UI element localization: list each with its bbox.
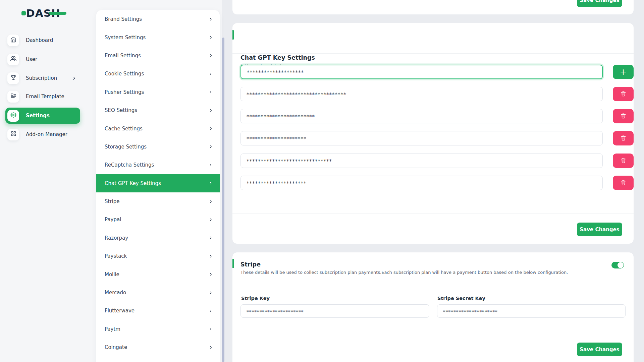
toggle-knob [618,262,624,268]
stripe-key-input[interactable] [240,304,429,318]
chevron-right-icon [209,109,212,112]
save-button[interactable]: Save Changes [577,0,622,7]
settings-menu-item-email[interactable]: Email Settings [96,47,220,65]
settings-menu-item-paystack[interactable]: Paystack [96,247,220,265]
save-button[interactable]: Save Changes [577,223,622,236]
menu-item-label: Cache Settings [105,126,143,132]
card-description: These details will be used to collect su… [240,270,568,275]
sidebar: DASH Dashboard User Subscription Email T… [0,0,88,362]
sidebar-item-addon-manager[interactable]: Add-on Manager [5,126,80,142]
trash-icon [620,179,627,187]
delete-key-button[interactable] [613,154,634,168]
settings-submenu: Brand Settings System Settings Email Set… [96,10,220,362]
settings-menu-item-skrill[interactable]: Skrill [96,356,220,362]
grid-icon [10,131,16,138]
trophy-icon [10,74,16,82]
divider [232,53,634,54]
sidebar-item-label: User [26,56,37,62]
sidebar-item-label: Add-on Manager [26,131,67,137]
sidebar-item-settings[interactable]: Settings [5,108,80,124]
api-key-row [240,131,626,145]
home-icon [10,37,16,44]
chevron-right-icon [209,17,212,21]
api-key-input[interactable] [240,154,603,168]
delete-key-button[interactable] [613,131,634,145]
top-settings-card: Save Changes [232,0,634,14]
settings-menu-item-paypal[interactable]: Paypal [96,210,220,229]
delete-key-button[interactable] [613,109,634,123]
menu-item-label: Razorpay [105,235,128,241]
chevron-right-icon [209,309,212,312]
api-key-row: + [240,65,626,79]
chevron-right-icon [209,54,212,57]
submenu-scrollbar[interactable] [222,38,224,362]
settings-menu-item-storage[interactable]: Storage Settings [96,138,220,156]
users-icon [10,56,16,63]
settings-menu-item-cache[interactable]: Cache Settings [96,119,220,137]
settings-menu-item-brand[interactable]: Brand Settings [96,10,220,28]
divider [232,214,634,214]
menu-item-label: Cookie Settings [105,71,144,77]
chevron-right-icon [209,72,212,75]
menu-item-label: System Settings [105,35,146,41]
settings-menu-item-mollie[interactable]: Mollie [96,265,220,283]
settings-menu-item-pusher[interactable]: Pusher Settings [96,83,220,101]
add-key-button[interactable]: + [613,65,634,79]
chevron-right-icon [209,273,212,276]
settings-menu-item-stripe[interactable]: Stripe [96,192,220,210]
settings-menu-item-cookie[interactable]: Cookie Settings [96,65,220,83]
chevron-right-icon [209,291,212,294]
settings-menu-item-mercado[interactable]: Mercado [96,284,220,302]
settings-menu-item-coingate[interactable]: Coingate [96,338,220,356]
settings-menu-item-recaptcha[interactable]: ReCaptcha Settings [96,156,220,174]
plus-icon: + [620,68,627,76]
api-key-input[interactable] [240,176,603,190]
menu-item-label: Storage Settings [105,144,147,150]
stripe-toggle[interactable] [611,262,624,268]
sidebar-item-label: Dashboard [26,37,53,43]
chevron-right-icon [209,218,212,222]
api-key-input[interactable] [240,109,603,123]
settings-menu-item-seo[interactable]: SEO Settings [96,101,220,119]
settings-menu-item-chatgpt-key[interactable]: Chat GPT Key Settings [96,174,220,192]
settings-menu-item-razorpay[interactable]: Razorpay [96,229,220,247]
settings-menu-item-flutterwave[interactable]: Flutterwave [96,302,220,320]
stripe-key-label: Stripe Key [241,296,270,301]
sidebar-item-dashboard[interactable]: Dashboard [5,32,80,48]
gear-icon [10,112,16,119]
menu-item-label: Mollie [105,272,119,278]
sidebar-item-user[interactable]: User [5,51,80,67]
stripe-settings-card: Stripe These details will be used to col… [232,252,634,362]
menu-item-label: Paytm [105,326,120,332]
menu-item-label: Brand Settings [105,16,142,22]
delete-key-button[interactable] [613,176,634,190]
delete-key-button[interactable] [613,87,634,101]
chevron-right-icon [209,36,212,39]
save-button[interactable]: Save Changes [577,343,622,356]
chevron-right-icon [209,145,212,148]
logo-dash [49,12,66,15]
chevron-right-icon [209,90,212,94]
api-key-input[interactable] [240,87,603,101]
chevron-right-icon [209,327,212,331]
logo-dot [21,11,26,15]
chevron-right-icon [209,182,212,185]
chevron-right-icon [209,254,212,258]
api-key-row [240,176,626,190]
settings-menu-item-system[interactable]: System Settings [96,28,220,46]
api-key-input[interactable] [240,131,603,145]
stripe-secret-key-input[interactable] [437,304,626,318]
trash-icon [620,90,627,98]
api-key-input[interactable] [240,65,603,79]
app-logo[interactable]: DASH [21,7,60,19]
trash-icon [620,135,627,142]
chevron-right-icon [209,346,212,349]
sidebar-item-label: Email Template [26,94,64,100]
stripe-secret-key-label: Stripe Secret Key [437,296,485,301]
settings-menu-item-paytm[interactable]: Paytm [96,320,220,338]
sidebar-item-email-template[interactable]: Email Template [5,88,80,105]
divider [232,285,634,285]
sidebar-item-subscription[interactable]: Subscription [5,70,80,86]
menu-item-label: Chat GPT Key Settings [105,180,161,186]
menu-item-label: Email Settings [105,53,141,59]
